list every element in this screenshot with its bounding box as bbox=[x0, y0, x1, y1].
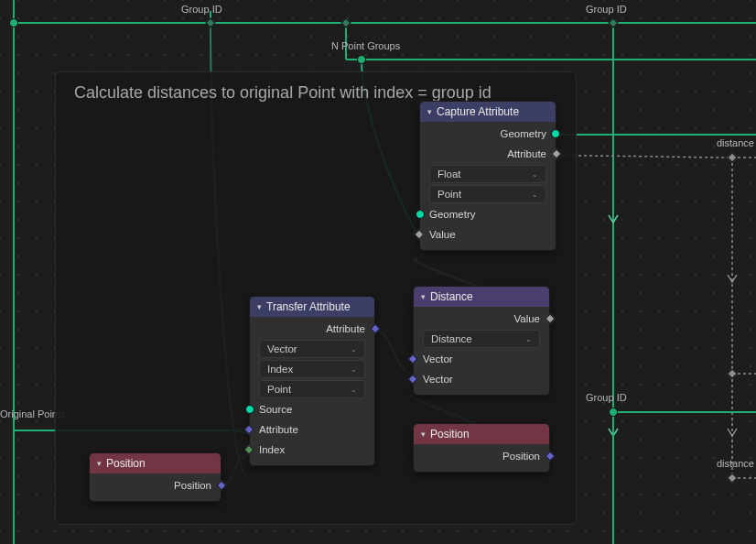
select-data-type[interactable]: Float⌄ bbox=[429, 165, 546, 183]
chevron-down-icon: ⌄ bbox=[532, 190, 538, 199]
socket-label: Value bbox=[513, 313, 540, 324]
chevron-down-icon: ▾ bbox=[421, 292, 426, 301]
socket-label: Attribute bbox=[326, 323, 365, 334]
reroute-label: Group ID bbox=[586, 4, 627, 15]
select-domain[interactable]: Point⌄ bbox=[429, 185, 546, 203]
chevron-down-icon: ⌄ bbox=[351, 345, 357, 354]
node-position-left[interactable]: ▾ Position Position bbox=[89, 452, 221, 502]
select-domain[interactable]: Point⌄ bbox=[259, 380, 365, 398]
select-data-type[interactable]: Vector⌄ bbox=[259, 340, 365, 358]
socket-label: Value bbox=[429, 229, 456, 240]
node-title: Capture Attribute bbox=[437, 105, 519, 118]
node-capture-attribute[interactable]: ▾ Capture Attribute Geometry Attribute F… bbox=[419, 101, 556, 251]
socket-label: Source bbox=[259, 404, 292, 415]
reroute-label: Group ID bbox=[181, 4, 222, 15]
socket-geometry-out[interactable] bbox=[551, 129, 560, 138]
socket-label: Vector bbox=[423, 354, 453, 364]
chevron-down-icon: ⌄ bbox=[525, 335, 532, 343]
node-transfer-attribute[interactable]: ▾ Transfer Attribute Attribute Vector⌄ I… bbox=[249, 296, 375, 466]
socket-label: Index bbox=[259, 444, 285, 455]
socket-label: Geometry bbox=[429, 209, 476, 220]
socket-source-in[interactable] bbox=[245, 405, 254, 414]
socket-label: Position bbox=[174, 480, 211, 491]
socket-label: Attribute bbox=[507, 148, 546, 159]
chevron-down-icon: ⌄ bbox=[351, 365, 357, 374]
node-position-right[interactable]: ▾ Position Position bbox=[413, 423, 550, 473]
node-distance[interactable]: ▾ Distance Value Distance⌄ Vector Vector bbox=[413, 286, 550, 396]
reroute-label: Group ID bbox=[586, 392, 627, 403]
node-header[interactable]: ▾ Position bbox=[90, 453, 221, 473]
node-title: Distance bbox=[430, 290, 473, 303]
node-header[interactable]: ▾ Distance bbox=[414, 287, 549, 307]
frame-title: Calculate distances to original Point wi… bbox=[74, 83, 491, 103]
chevron-down-icon: ▾ bbox=[421, 430, 426, 439]
node-header[interactable]: ▾ Capture Attribute bbox=[420, 102, 556, 122]
select-mapping[interactable]: Index⌄ bbox=[259, 360, 365, 378]
reroute-label: distance bbox=[717, 458, 754, 469]
node-title: Transfer Attribute bbox=[266, 300, 351, 313]
node-header[interactable]: ▾ Position bbox=[414, 424, 549, 444]
socket-geometry-in[interactable] bbox=[416, 210, 425, 219]
socket-label: Vector bbox=[423, 374, 453, 385]
chevron-down-icon: ▾ bbox=[427, 107, 432, 116]
node-header[interactable]: ▾ Transfer Attribute bbox=[250, 297, 374, 317]
socket-label: Position bbox=[502, 451, 540, 462]
reroute-label: N Point Groups bbox=[331, 40, 400, 51]
node-title: Position bbox=[106, 457, 146, 470]
chevron-down-icon: ▾ bbox=[97, 459, 102, 468]
socket-label: Geometry bbox=[501, 128, 547, 139]
socket-label: Attribute bbox=[259, 424, 298, 435]
chevron-down-icon: ⌄ bbox=[351, 386, 357, 394]
reroute-label: distance bbox=[717, 137, 754, 148]
select-operation[interactable]: Distance⌄ bbox=[423, 330, 540, 348]
node-title: Position bbox=[430, 428, 470, 441]
chevron-down-icon: ▾ bbox=[257, 302, 262, 311]
chevron-down-icon: ⌄ bbox=[532, 170, 538, 179]
